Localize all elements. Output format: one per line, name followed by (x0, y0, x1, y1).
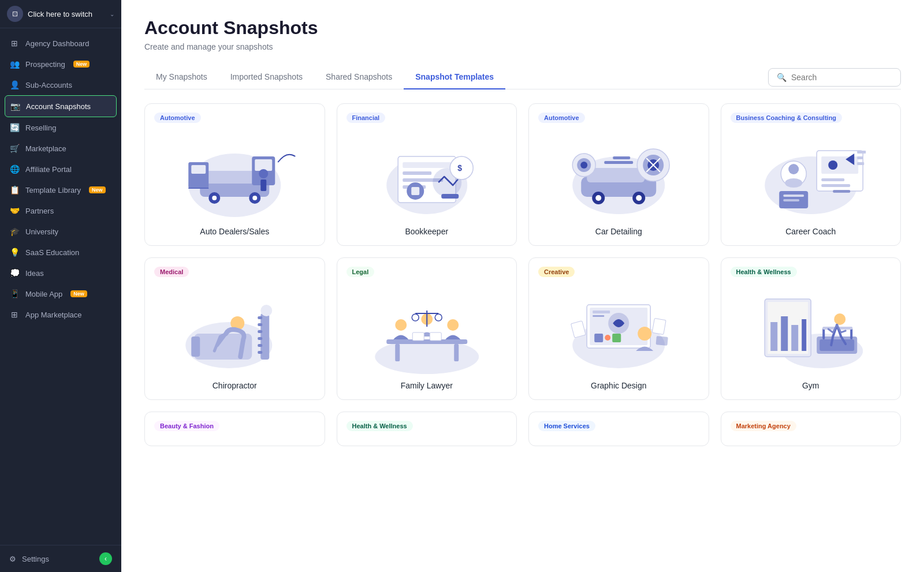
card-top-gym: Health & Wellness (721, 258, 901, 282)
sidebar-item-saas-education[interactable]: 💡 SaaS Education (0, 242, 121, 263)
svg-rect-42 (604, 161, 633, 164)
svg-point-93 (638, 327, 651, 341)
svg-rect-89 (593, 315, 604, 317)
sidebar-item-app-marketplace[interactable]: ⊞ App Marketplace (0, 304, 121, 325)
svg-point-9 (259, 169, 268, 178)
svg-rect-61 (191, 337, 200, 357)
svg-rect-108 (791, 325, 798, 351)
mobile-app-icon: 📱 (9, 289, 20, 299)
sidebar-label-account-snapshots: Account Snapshots (26, 102, 91, 111)
card-category-career-coach: Business Coaching & Consulting (731, 113, 843, 123)
sidebar-item-affiliate-portal[interactable]: 🌐 Affiliate Portal (0, 159, 121, 180)
svg-rect-99 (819, 339, 854, 351)
sidebar-item-mobile-app[interactable]: 📱 Mobile App New (0, 283, 121, 304)
workspace-switcher[interactable]: ⊡ Click here to switch ⌄ (0, 0, 121, 28)
sidebar-item-agency-dashboard[interactable]: ⊞ Agency Dashboard (0, 33, 121, 54)
sidebar-label-ideas: Ideas (25, 269, 44, 278)
card-illustration-family-lawyer (337, 282, 517, 374)
workspace-label: Click here to switch (28, 10, 105, 18)
svg-point-32 (636, 195, 642, 201)
svg-point-70 (260, 305, 272, 316)
sidebar-label-marketplace: Marketplace (25, 144, 66, 153)
search-icon: 🔍 (777, 73, 787, 82)
sidebar-item-partners[interactable]: 🤝 Partners (0, 200, 121, 221)
card-top-beauty-fashion: Beauty & Fashion (145, 412, 325, 442)
tab-my-snapshots[interactable]: My Snapshots (144, 65, 219, 89)
svg-rect-94 (571, 321, 586, 338)
cards-grid-bottom: Beauty & Fashion Health & Wellness Home … (144, 412, 901, 446)
notification-dot[interactable]: ‹ (99, 552, 112, 565)
svg-rect-88 (593, 311, 610, 313)
card-partial-beauty-fashion[interactable]: Beauty & Fashion (144, 412, 325, 446)
card-auto-dealers[interactable]: Automotive Auto Dealers/Sales (144, 103, 325, 246)
card-top-health-wellness: Health & Wellness (337, 412, 517, 442)
sidebar-nav: ⊞ Agency Dashboard 👥 Prospecting New 👤 S… (0, 28, 121, 545)
sidebar-item-ideas[interactable]: 💭 Ideas (0, 263, 121, 283)
svg-rect-107 (781, 316, 788, 351)
svg-rect-28 (587, 168, 644, 182)
svg-rect-2 (206, 171, 258, 184)
sidebar-item-template-library[interactable]: 📋 Template Library New (0, 180, 121, 200)
card-partial-home-services[interactable]: Home Services (528, 412, 709, 446)
sidebar-item-prospecting[interactable]: 👥 Prospecting New (0, 54, 121, 74)
card-bookkeeper[interactable]: Financial $ Bookkeeper (337, 103, 517, 246)
svg-rect-83 (430, 332, 441, 341)
card-family-lawyer[interactable]: Legal Family Lawyer (337, 257, 517, 400)
tab-imported-snapshots[interactable]: Imported Snapshots (219, 65, 314, 89)
workspace-icon: ⊡ (7, 6, 23, 22)
settings-item[interactable]: ⚙ Settings (9, 555, 49, 563)
svg-rect-65 (258, 323, 262, 326)
card-illustration-car-detailing (529, 128, 709, 220)
sidebar-item-reselling[interactable]: 🔄 Reselling (0, 117, 121, 138)
card-category-marketing-agency: Marketing Agency (731, 421, 796, 431)
card-partial-marketing-agency[interactable]: Marketing Agency (721, 412, 901, 446)
sidebar-label-app-marketplace: App Marketplace (25, 311, 82, 319)
tab-shared-snapshots[interactable]: Shared Snapshots (314, 65, 404, 89)
svg-rect-72 (386, 339, 467, 344)
cards-grid: Automotive Auto Dealers/Sales Financial (144, 103, 901, 400)
svg-point-51 (788, 164, 799, 174)
page-title: Account Snapshots (144, 17, 901, 39)
svg-rect-90 (594, 334, 603, 342)
svg-rect-16 (403, 162, 451, 168)
card-category-family-lawyer: Legal (346, 267, 375, 277)
svg-rect-66 (258, 330, 262, 333)
tab-snapshot-templates[interactable]: Snapshot Templates (404, 65, 505, 89)
card-category-car-detailing: Automotive (538, 113, 585, 123)
card-label-career-coach: Career Coach (721, 220, 901, 245)
card-partial-health-wellness[interactable]: Health & Wellness (337, 412, 517, 446)
search-input[interactable] (791, 73, 892, 82)
search-box[interactable]: 🔍 (768, 68, 901, 87)
sidebar-label-saas-education: SaaS Education (25, 248, 79, 257)
card-gym[interactable]: Health & Wellness Gym (721, 257, 901, 400)
svg-rect-109 (802, 319, 806, 351)
card-top-career-coach: Business Coaching & Consulting (721, 104, 901, 128)
template-library-icon: 📋 (9, 185, 20, 195)
university-icon: 🎓 (9, 226, 20, 237)
page-subtitle: Create and manage your snapshots (144, 42, 901, 51)
svg-point-6 (252, 196, 257, 200)
sidebar-item-account-snapshots[interactable]: 📷 Account Snapshots (5, 95, 117, 117)
card-career-coach[interactable]: Business Coaching & Consulting Career Co… (721, 103, 901, 246)
card-label-graphic-design: Graphic Design (529, 374, 709, 399)
sidebar-item-sub-accounts[interactable]: 👤 Sub-Accounts (0, 74, 121, 95)
svg-rect-96 (656, 336, 668, 346)
card-graphic-design[interactable]: Creative Graphic Design (528, 257, 709, 400)
card-category-beauty-fashion: Beauty & Fashion (154, 421, 219, 431)
svg-point-80 (412, 314, 419, 321)
app-marketplace-icon: ⊞ (9, 309, 20, 320)
svg-point-40 (580, 162, 587, 169)
settings-label: Settings (22, 555, 49, 563)
sidebar-label-mobile-app: Mobile App (25, 290, 62, 298)
card-illustration-auto-dealers (145, 128, 325, 220)
svg-rect-10 (260, 180, 266, 191)
card-car-detailing[interactable]: Automotive Car Detailing (528, 103, 709, 246)
sub-accounts-icon: 👤 (9, 80, 20, 90)
card-chiropractor[interactable]: Medical Chiropractor (144, 257, 325, 400)
svg-rect-41 (613, 156, 630, 159)
sidebar-item-university[interactable]: 🎓 University (0, 221, 121, 242)
sidebar-item-marketplace[interactable]: 🛒 Marketplace (0, 138, 121, 159)
sidebar-label-prospecting: Prospecting (25, 60, 65, 69)
settings-icon: ⚙ (9, 555, 16, 563)
card-illustration-gym (721, 282, 901, 374)
